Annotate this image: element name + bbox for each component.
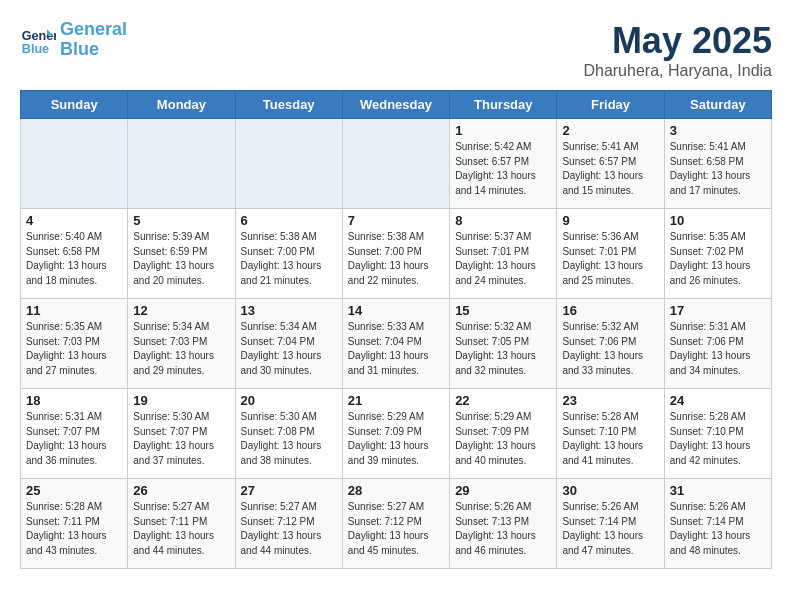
day-info: Sunrise: 5:33 AM Sunset: 7:04 PM Dayligh… [348,320,444,378]
calendar-table: SundayMondayTuesdayWednesdayThursdayFrid… [20,90,772,569]
day-number: 13 [241,303,337,318]
calendar-row: 11Sunrise: 5:35 AM Sunset: 7:03 PM Dayli… [21,299,772,389]
calendar-cell: 23Sunrise: 5:28 AM Sunset: 7:10 PM Dayli… [557,389,664,479]
header-saturday: Saturday [664,91,771,119]
day-info: Sunrise: 5:35 AM Sunset: 7:02 PM Dayligh… [670,230,766,288]
calendar-cell: 28Sunrise: 5:27 AM Sunset: 7:12 PM Dayli… [342,479,449,569]
calendar-cell: 18Sunrise: 5:31 AM Sunset: 7:07 PM Dayli… [21,389,128,479]
day-number: 1 [455,123,551,138]
calendar-cell: 4Sunrise: 5:40 AM Sunset: 6:58 PM Daylig… [21,209,128,299]
calendar-cell: 20Sunrise: 5:30 AM Sunset: 7:08 PM Dayli… [235,389,342,479]
day-number: 24 [670,393,766,408]
day-number: 10 [670,213,766,228]
calendar-row: 1Sunrise: 5:42 AM Sunset: 6:57 PM Daylig… [21,119,772,209]
calendar-cell: 26Sunrise: 5:27 AM Sunset: 7:11 PM Dayli… [128,479,235,569]
calendar-cell: 24Sunrise: 5:28 AM Sunset: 7:10 PM Dayli… [664,389,771,479]
logo: General Blue General Blue [20,20,127,60]
day-number: 9 [562,213,658,228]
day-info: Sunrise: 5:36 AM Sunset: 7:01 PM Dayligh… [562,230,658,288]
month-title: May 2025 [583,20,772,62]
calendar-cell: 17Sunrise: 5:31 AM Sunset: 7:06 PM Dayli… [664,299,771,389]
day-number: 22 [455,393,551,408]
day-info: Sunrise: 5:39 AM Sunset: 6:59 PM Dayligh… [133,230,229,288]
calendar-cell: 11Sunrise: 5:35 AM Sunset: 7:03 PM Dayli… [21,299,128,389]
day-info: Sunrise: 5:27 AM Sunset: 7:11 PM Dayligh… [133,500,229,558]
calendar-cell [342,119,449,209]
calendar-cell: 31Sunrise: 5:26 AM Sunset: 7:14 PM Dayli… [664,479,771,569]
day-info: Sunrise: 5:26 AM Sunset: 7:14 PM Dayligh… [562,500,658,558]
header-wednesday: Wednesday [342,91,449,119]
calendar-cell: 6Sunrise: 5:38 AM Sunset: 7:00 PM Daylig… [235,209,342,299]
header-tuesday: Tuesday [235,91,342,119]
logo-icon: General Blue [20,22,56,58]
day-info: Sunrise: 5:40 AM Sunset: 6:58 PM Dayligh… [26,230,122,288]
header-friday: Friday [557,91,664,119]
calendar-row: 4Sunrise: 5:40 AM Sunset: 6:58 PM Daylig… [21,209,772,299]
day-info: Sunrise: 5:41 AM Sunset: 6:57 PM Dayligh… [562,140,658,198]
day-number: 15 [455,303,551,318]
calendar-cell: 14Sunrise: 5:33 AM Sunset: 7:04 PM Dayli… [342,299,449,389]
day-info: Sunrise: 5:32 AM Sunset: 7:05 PM Dayligh… [455,320,551,378]
day-number: 23 [562,393,658,408]
calendar-cell: 29Sunrise: 5:26 AM Sunset: 7:13 PM Dayli… [450,479,557,569]
day-number: 27 [241,483,337,498]
logo-text-line1: General [60,20,127,40]
calendar-cell: 7Sunrise: 5:38 AM Sunset: 7:00 PM Daylig… [342,209,449,299]
day-number: 5 [133,213,229,228]
calendar-cell: 27Sunrise: 5:27 AM Sunset: 7:12 PM Dayli… [235,479,342,569]
calendar-row: 18Sunrise: 5:31 AM Sunset: 7:07 PM Dayli… [21,389,772,479]
calendar-cell: 3Sunrise: 5:41 AM Sunset: 6:58 PM Daylig… [664,119,771,209]
day-number: 17 [670,303,766,318]
day-info: Sunrise: 5:27 AM Sunset: 7:12 PM Dayligh… [241,500,337,558]
day-number: 25 [26,483,122,498]
day-number: 29 [455,483,551,498]
day-info: Sunrise: 5:34 AM Sunset: 7:04 PM Dayligh… [241,320,337,378]
day-info: Sunrise: 5:38 AM Sunset: 7:00 PM Dayligh… [241,230,337,288]
day-number: 31 [670,483,766,498]
day-info: Sunrise: 5:34 AM Sunset: 7:03 PM Dayligh… [133,320,229,378]
day-info: Sunrise: 5:38 AM Sunset: 7:00 PM Dayligh… [348,230,444,288]
day-number: 12 [133,303,229,318]
day-number: 21 [348,393,444,408]
calendar-cell: 19Sunrise: 5:30 AM Sunset: 7:07 PM Dayli… [128,389,235,479]
page-header: General Blue General Blue May 2025 Dharu… [20,20,772,80]
calendar-cell: 8Sunrise: 5:37 AM Sunset: 7:01 PM Daylig… [450,209,557,299]
day-number: 2 [562,123,658,138]
calendar-header-row: SundayMondayTuesdayWednesdayThursdayFrid… [21,91,772,119]
header-monday: Monday [128,91,235,119]
day-info: Sunrise: 5:28 AM Sunset: 7:10 PM Dayligh… [562,410,658,468]
day-number: 4 [26,213,122,228]
day-info: Sunrise: 5:30 AM Sunset: 7:07 PM Dayligh… [133,410,229,468]
calendar-cell: 22Sunrise: 5:29 AM Sunset: 7:09 PM Dayli… [450,389,557,479]
calendar-row: 25Sunrise: 5:28 AM Sunset: 7:11 PM Dayli… [21,479,772,569]
day-number: 26 [133,483,229,498]
day-info: Sunrise: 5:32 AM Sunset: 7:06 PM Dayligh… [562,320,658,378]
calendar-cell: 30Sunrise: 5:26 AM Sunset: 7:14 PM Dayli… [557,479,664,569]
calendar-cell: 2Sunrise: 5:41 AM Sunset: 6:57 PM Daylig… [557,119,664,209]
calendar-cell: 12Sunrise: 5:34 AM Sunset: 7:03 PM Dayli… [128,299,235,389]
day-number: 20 [241,393,337,408]
day-number: 7 [348,213,444,228]
svg-text:Blue: Blue [22,41,49,55]
calendar-cell: 9Sunrise: 5:36 AM Sunset: 7:01 PM Daylig… [557,209,664,299]
day-number: 30 [562,483,658,498]
day-info: Sunrise: 5:27 AM Sunset: 7:12 PM Dayligh… [348,500,444,558]
logo-text-line2: Blue [60,40,127,60]
day-number: 11 [26,303,122,318]
calendar-cell: 15Sunrise: 5:32 AM Sunset: 7:05 PM Dayli… [450,299,557,389]
day-info: Sunrise: 5:26 AM Sunset: 7:13 PM Dayligh… [455,500,551,558]
day-info: Sunrise: 5:37 AM Sunset: 7:01 PM Dayligh… [455,230,551,288]
day-info: Sunrise: 5:28 AM Sunset: 7:10 PM Dayligh… [670,410,766,468]
calendar-cell: 1Sunrise: 5:42 AM Sunset: 6:57 PM Daylig… [450,119,557,209]
day-number: 8 [455,213,551,228]
day-number: 19 [133,393,229,408]
header-sunday: Sunday [21,91,128,119]
day-info: Sunrise: 5:28 AM Sunset: 7:11 PM Dayligh… [26,500,122,558]
calendar-cell: 5Sunrise: 5:39 AM Sunset: 6:59 PM Daylig… [128,209,235,299]
day-number: 18 [26,393,122,408]
day-number: 6 [241,213,337,228]
day-info: Sunrise: 5:31 AM Sunset: 7:06 PM Dayligh… [670,320,766,378]
day-info: Sunrise: 5:35 AM Sunset: 7:03 PM Dayligh… [26,320,122,378]
day-number: 14 [348,303,444,318]
day-number: 16 [562,303,658,318]
